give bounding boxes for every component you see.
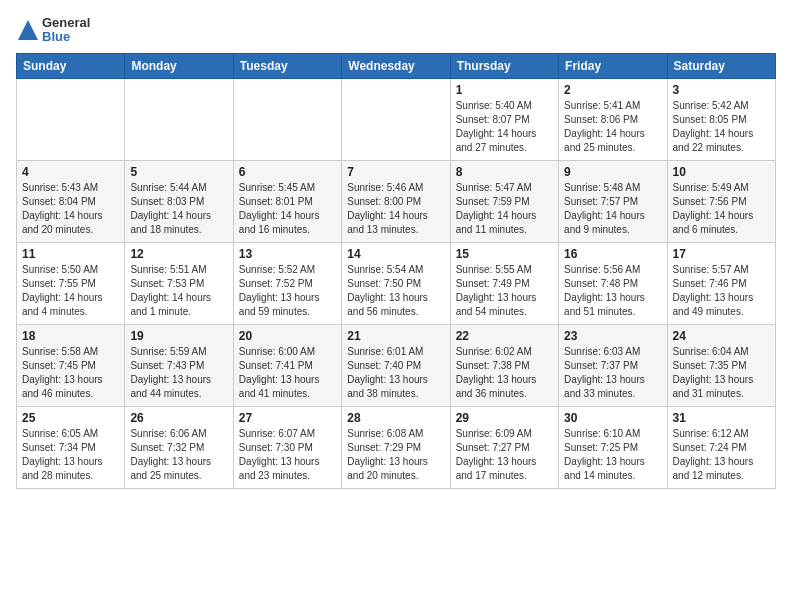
header-day-monday: Monday (125, 53, 233, 78)
day-info: Sunrise: 6:07 AM Sunset: 7:30 PM Dayligh… (239, 427, 336, 483)
logo-container: General Blue (16, 16, 90, 45)
day-cell (125, 78, 233, 160)
day-number: 21 (347, 329, 444, 343)
day-cell: 20Sunrise: 6:00 AM Sunset: 7:41 PM Dayli… (233, 324, 341, 406)
header-day-saturday: Saturday (667, 53, 775, 78)
day-number: 3 (673, 83, 770, 97)
day-number: 31 (673, 411, 770, 425)
day-number: 22 (456, 329, 553, 343)
logo-triangle-icon (16, 18, 40, 42)
day-info: Sunrise: 5:43 AM Sunset: 8:04 PM Dayligh… (22, 181, 119, 237)
day-info: Sunrise: 6:03 AM Sunset: 7:37 PM Dayligh… (564, 345, 661, 401)
day-info: Sunrise: 5:54 AM Sunset: 7:50 PM Dayligh… (347, 263, 444, 319)
calendar-table: SundayMondayTuesdayWednesdayThursdayFrid… (16, 53, 776, 489)
day-info: Sunrise: 5:45 AM Sunset: 8:01 PM Dayligh… (239, 181, 336, 237)
day-cell: 28Sunrise: 6:08 AM Sunset: 7:29 PM Dayli… (342, 406, 450, 488)
week-row-2: 4Sunrise: 5:43 AM Sunset: 8:04 PM Daylig… (17, 160, 776, 242)
day-cell: 4Sunrise: 5:43 AM Sunset: 8:04 PM Daylig… (17, 160, 125, 242)
day-number: 8 (456, 165, 553, 179)
day-cell: 18Sunrise: 5:58 AM Sunset: 7:45 PM Dayli… (17, 324, 125, 406)
day-info: Sunrise: 5:44 AM Sunset: 8:03 PM Dayligh… (130, 181, 227, 237)
day-number: 29 (456, 411, 553, 425)
day-number: 20 (239, 329, 336, 343)
header-day-sunday: Sunday (17, 53, 125, 78)
week-row-3: 11Sunrise: 5:50 AM Sunset: 7:55 PM Dayli… (17, 242, 776, 324)
day-cell: 30Sunrise: 6:10 AM Sunset: 7:25 PM Dayli… (559, 406, 667, 488)
day-cell: 13Sunrise: 5:52 AM Sunset: 7:52 PM Dayli… (233, 242, 341, 324)
week-row-4: 18Sunrise: 5:58 AM Sunset: 7:45 PM Dayli… (17, 324, 776, 406)
day-info: Sunrise: 6:05 AM Sunset: 7:34 PM Dayligh… (22, 427, 119, 483)
day-info: Sunrise: 5:49 AM Sunset: 7:56 PM Dayligh… (673, 181, 770, 237)
page-header: General Blue (16, 16, 776, 45)
day-cell: 15Sunrise: 5:55 AM Sunset: 7:49 PM Dayli… (450, 242, 558, 324)
day-number: 18 (22, 329, 119, 343)
day-cell: 1Sunrise: 5:40 AM Sunset: 8:07 PM Daylig… (450, 78, 558, 160)
svg-marker-0 (18, 20, 38, 40)
day-info: Sunrise: 5:56 AM Sunset: 7:48 PM Dayligh… (564, 263, 661, 319)
day-number: 19 (130, 329, 227, 343)
header-day-wednesday: Wednesday (342, 53, 450, 78)
day-cell (233, 78, 341, 160)
logo: General Blue (16, 16, 90, 45)
day-cell: 10Sunrise: 5:49 AM Sunset: 7:56 PM Dayli… (667, 160, 775, 242)
day-number: 2 (564, 83, 661, 97)
day-cell: 12Sunrise: 5:51 AM Sunset: 7:53 PM Dayli… (125, 242, 233, 324)
day-info: Sunrise: 5:55 AM Sunset: 7:49 PM Dayligh… (456, 263, 553, 319)
day-cell: 8Sunrise: 5:47 AM Sunset: 7:59 PM Daylig… (450, 160, 558, 242)
day-number: 15 (456, 247, 553, 261)
day-cell: 7Sunrise: 5:46 AM Sunset: 8:00 PM Daylig… (342, 160, 450, 242)
day-cell (17, 78, 125, 160)
day-cell: 11Sunrise: 5:50 AM Sunset: 7:55 PM Dayli… (17, 242, 125, 324)
logo-blue: Blue (42, 30, 90, 44)
day-number: 17 (673, 247, 770, 261)
day-info: Sunrise: 5:48 AM Sunset: 7:57 PM Dayligh… (564, 181, 661, 237)
day-cell: 14Sunrise: 5:54 AM Sunset: 7:50 PM Dayli… (342, 242, 450, 324)
day-cell: 5Sunrise: 5:44 AM Sunset: 8:03 PM Daylig… (125, 160, 233, 242)
day-number: 28 (347, 411, 444, 425)
day-number: 12 (130, 247, 227, 261)
header-day-friday: Friday (559, 53, 667, 78)
day-info: Sunrise: 5:59 AM Sunset: 7:43 PM Dayligh… (130, 345, 227, 401)
day-cell: 9Sunrise: 5:48 AM Sunset: 7:57 PM Daylig… (559, 160, 667, 242)
day-info: Sunrise: 5:47 AM Sunset: 7:59 PM Dayligh… (456, 181, 553, 237)
day-info: Sunrise: 6:02 AM Sunset: 7:38 PM Dayligh… (456, 345, 553, 401)
day-number: 1 (456, 83, 553, 97)
day-info: Sunrise: 5:58 AM Sunset: 7:45 PM Dayligh… (22, 345, 119, 401)
header-day-tuesday: Tuesday (233, 53, 341, 78)
day-info: Sunrise: 6:08 AM Sunset: 7:29 PM Dayligh… (347, 427, 444, 483)
day-cell: 26Sunrise: 6:06 AM Sunset: 7:32 PM Dayli… (125, 406, 233, 488)
day-number: 26 (130, 411, 227, 425)
day-number: 14 (347, 247, 444, 261)
day-number: 25 (22, 411, 119, 425)
day-number: 13 (239, 247, 336, 261)
day-number: 24 (673, 329, 770, 343)
week-row-1: 1Sunrise: 5:40 AM Sunset: 8:07 PM Daylig… (17, 78, 776, 160)
day-cell: 31Sunrise: 6:12 AM Sunset: 7:24 PM Dayli… (667, 406, 775, 488)
day-number: 5 (130, 165, 227, 179)
day-number: 16 (564, 247, 661, 261)
day-cell: 16Sunrise: 5:56 AM Sunset: 7:48 PM Dayli… (559, 242, 667, 324)
day-cell: 17Sunrise: 5:57 AM Sunset: 7:46 PM Dayli… (667, 242, 775, 324)
calendar-body: 1Sunrise: 5:40 AM Sunset: 8:07 PM Daylig… (17, 78, 776, 488)
header-day-thursday: Thursday (450, 53, 558, 78)
day-cell: 22Sunrise: 6:02 AM Sunset: 7:38 PM Dayli… (450, 324, 558, 406)
day-number: 6 (239, 165, 336, 179)
day-info: Sunrise: 5:46 AM Sunset: 8:00 PM Dayligh… (347, 181, 444, 237)
day-info: Sunrise: 6:12 AM Sunset: 7:24 PM Dayligh… (673, 427, 770, 483)
day-cell: 24Sunrise: 6:04 AM Sunset: 7:35 PM Dayli… (667, 324, 775, 406)
day-info: Sunrise: 5:52 AM Sunset: 7:52 PM Dayligh… (239, 263, 336, 319)
day-info: Sunrise: 6:04 AM Sunset: 7:35 PM Dayligh… (673, 345, 770, 401)
logo-general: General (42, 16, 90, 30)
day-cell: 21Sunrise: 6:01 AM Sunset: 7:40 PM Dayli… (342, 324, 450, 406)
day-info: Sunrise: 5:50 AM Sunset: 7:55 PM Dayligh… (22, 263, 119, 319)
day-cell: 27Sunrise: 6:07 AM Sunset: 7:30 PM Dayli… (233, 406, 341, 488)
day-info: Sunrise: 6:06 AM Sunset: 7:32 PM Dayligh… (130, 427, 227, 483)
day-cell (342, 78, 450, 160)
week-row-5: 25Sunrise: 6:05 AM Sunset: 7:34 PM Dayli… (17, 406, 776, 488)
day-cell: 29Sunrise: 6:09 AM Sunset: 7:27 PM Dayli… (450, 406, 558, 488)
day-number: 10 (673, 165, 770, 179)
day-number: 23 (564, 329, 661, 343)
day-cell: 3Sunrise: 5:42 AM Sunset: 8:05 PM Daylig… (667, 78, 775, 160)
day-number: 27 (239, 411, 336, 425)
day-info: Sunrise: 6:09 AM Sunset: 7:27 PM Dayligh… (456, 427, 553, 483)
